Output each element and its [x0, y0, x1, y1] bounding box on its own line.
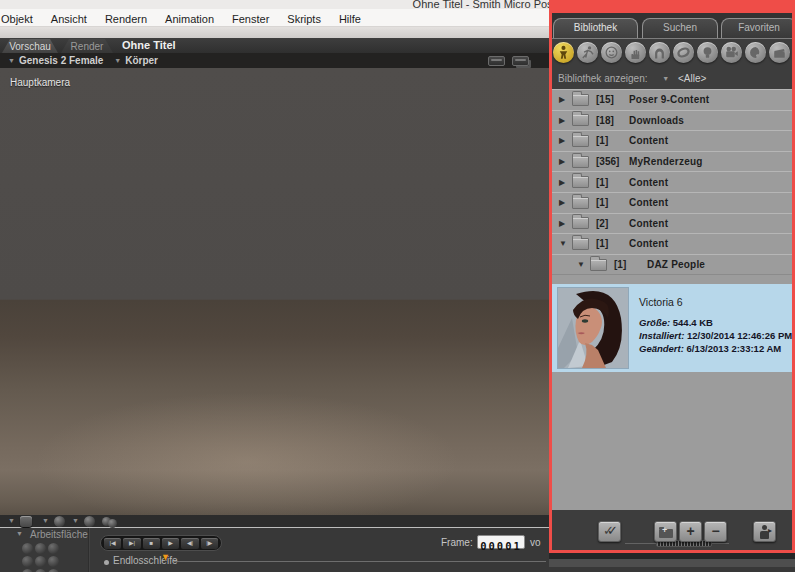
frame-counter-field[interactable]: 00001: [477, 535, 525, 549]
previous-frame-button[interactable]: ◀|: [181, 538, 198, 549]
library-selected-item[interactable]: Victoria 6 Größe: 544.4 KB Installiert: …: [552, 284, 792, 372]
chevron-down-icon[interactable]: ▼: [662, 75, 669, 82]
hair-category-icon[interactable]: [649, 42, 670, 63]
style-sphere-icon[interactable]: [48, 556, 59, 567]
display-style-square-icon[interactable]: [20, 516, 32, 527]
preview-viewport[interactable]: Hauptkamera: [0, 68, 549, 515]
style-sphere-icon[interactable]: [35, 556, 46, 567]
display-style-grid: [22, 543, 66, 572]
shading-mode-sphere-icon[interactable]: [84, 516, 95, 527]
add-folder-button[interactable]: +: [654, 521, 677, 542]
folder-icon: [572, 156, 589, 168]
cameras-category-icon[interactable]: [721, 42, 742, 63]
library-folder-row[interactable]: ▶[1]Content: [552, 171, 792, 193]
library-category-bar: [553, 42, 790, 66]
folder-count: [2]: [596, 218, 629, 229]
library-panel: BibliothekSuchenFavoriten Bibliothek anz…: [549, 0, 795, 553]
item-name: Victoria 6: [639, 296, 683, 308]
tab-vorschau[interactable]: Vorschau: [2, 39, 58, 53]
expand-icon[interactable]: ▶: [559, 219, 572, 228]
play-button[interactable]: ▶: [162, 538, 179, 549]
library-folder-row[interactable]: ▶[1]Content: [552, 192, 792, 214]
chevron-down-icon[interactable]: ▼: [42, 517, 49, 524]
first-frame-button[interactable]: |◀: [104, 538, 121, 549]
collapse-icon[interactable]: ▼: [577, 260, 590, 269]
chevron-down-icon[interactable]: ▼: [8, 517, 15, 524]
library-footer-toolbar: ✓✓++−▸: [552, 510, 792, 550]
library-folder-row[interactable]: ▶[15]Poser 9-Content: [552, 89, 792, 111]
collapse-icon[interactable]: ▼: [559, 239, 572, 248]
expand-icon[interactable]: ▶: [559, 95, 572, 104]
folder-icon: [572, 197, 589, 209]
scenes-category-icon[interactable]: [769, 42, 790, 63]
item-size-row: Größe: 544.4 KB: [639, 317, 713, 328]
export-item-button[interactable]: ▸: [753, 521, 776, 542]
hands-category-icon[interactable]: [625, 42, 646, 63]
library-folder-row[interactable]: ▼[1]DAZ People: [552, 254, 792, 276]
remove-item-button[interactable]: −: [704, 521, 727, 542]
expand-icon[interactable]: ▶: [559, 116, 572, 125]
chevron-down-icon[interactable]: ▼: [72, 517, 79, 524]
style-sphere-icon[interactable]: [35, 543, 46, 554]
stop-button[interactable]: ■: [143, 538, 160, 549]
camera-label: Hauptkamera: [10, 77, 70, 88]
add-item-button[interactable]: +: [679, 521, 702, 542]
style-sphere-icon[interactable]: [48, 543, 59, 554]
folder-icon: [572, 135, 589, 147]
chevron-down-icon[interactable]: ▼: [8, 57, 15, 64]
dock-window-icon[interactable]: [488, 56, 505, 66]
figures-category-icon[interactable]: [553, 42, 574, 63]
lights-category-icon[interactable]: [697, 42, 718, 63]
menu-fenster[interactable]: Fenster: [223, 11, 278, 25]
library-folder-row[interactable]: ▶[356]MyRenderzeug: [552, 151, 792, 173]
poses-category-icon[interactable]: [577, 42, 598, 63]
folder-name: DAZ People: [647, 259, 705, 270]
library-folder-row[interactable]: ▼[1]Content: [552, 233, 792, 255]
multi-sphere-icon[interactable]: [108, 519, 117, 528]
style-sphere-icon[interactable]: [22, 556, 33, 567]
library-tab-strip: BibliothekSuchenFavoriten: [552, 13, 792, 39]
folder-name: Poser 9-Content: [629, 94, 709, 105]
tracking-mode-sphere-icon[interactable]: [54, 516, 65, 527]
expand-icon[interactable]: ▶: [559, 136, 572, 145]
figure-selector[interactable]: Genesis 2 Female: [19, 55, 104, 66]
checkmark-button[interactable]: ✓✓: [598, 521, 621, 542]
menu-ansicht[interactable]: Ansicht: [42, 11, 96, 25]
tab-render[interactable]: Render: [61, 39, 113, 53]
menu-hilfe[interactable]: Hilfe: [330, 11, 370, 25]
folder-icon: [572, 176, 589, 188]
expand-icon[interactable]: ▶: [559, 198, 572, 207]
library-tab-suchen[interactable]: Suchen: [642, 18, 718, 39]
last-frame-button[interactable]: ▶|: [123, 538, 140, 549]
library-folder-row[interactable]: ▶[2]Content: [552, 213, 792, 235]
props-category-icon[interactable]: [673, 42, 694, 63]
workspace-label[interactable]: Arbeitsfläche: [30, 529, 88, 540]
expressions-category-icon[interactable]: [601, 42, 622, 63]
menu-animation[interactable]: Animation: [156, 11, 223, 25]
loop-bullet-icon[interactable]: [104, 560, 109, 565]
expand-icon[interactable]: ▶: [559, 178, 572, 187]
float-window-icon[interactable]: [512, 56, 529, 66]
chevron-down-icon[interactable]: ▼: [16, 530, 23, 537]
materials-category-icon[interactable]: [745, 42, 766, 63]
folder-count: [1]: [596, 197, 629, 208]
expand-icon[interactable]: ▶: [559, 157, 572, 166]
library-folder-row[interactable]: ▶[18]Downloads: [552, 110, 792, 132]
folder-name: Downloads: [629, 115, 684, 126]
folder-icon: [590, 259, 607, 271]
next-frame-button[interactable]: |▶: [201, 538, 218, 549]
victoria-thumbnail[interactable]: [558, 288, 628, 368]
element-selector[interactable]: Körper: [125, 55, 158, 66]
timeline-track[interactable]: [174, 561, 546, 562]
library-folder-row[interactable]: ▶[1]Content: [552, 130, 792, 152]
menu-rendern[interactable]: Rendern: [96, 11, 156, 25]
timeline-marker-icon[interactable]: ▼: [161, 552, 170, 562]
library-tab-bibliothek[interactable]: Bibliothek: [553, 18, 638, 39]
library-filter-dropdown[interactable]: <Alle>: [678, 73, 706, 84]
library-tab-favoriten[interactable]: Favoriten: [721, 18, 792, 39]
style-sphere-icon[interactable]: [22, 543, 33, 554]
chevron-down-icon[interactable]: ▼: [114, 57, 121, 64]
size-value: 544.4 KB: [673, 317, 713, 328]
menu-objekt[interactable]: Objekt: [0, 11, 42, 25]
menu-skripts[interactable]: Skripts: [278, 11, 330, 25]
